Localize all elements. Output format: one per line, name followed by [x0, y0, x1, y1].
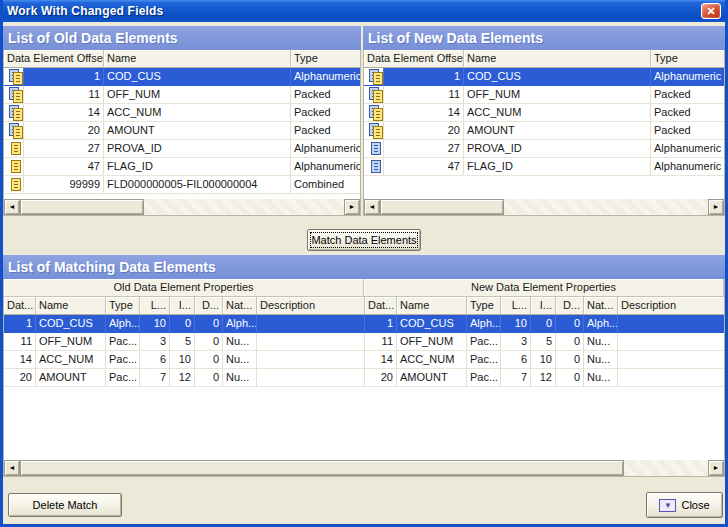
cell-new-integers: 5 [531, 333, 556, 351]
new-element-row[interactable]: 47 FLAG_ID Alphanumeric [364, 158, 724, 176]
scroll-right-arrow-icon[interactable]: ► [708, 199, 724, 215]
cell-new-type: Alph... [467, 315, 501, 333]
scroll-right-arrow-icon[interactable]: ► [708, 460, 724, 476]
column-header-integers[interactable]: I... [531, 297, 556, 314]
cell-old-nature: Alph... [223, 315, 257, 333]
column-header-name[interactable]: Name [104, 50, 291, 67]
cell-offset: 27 [384, 140, 464, 158]
column-header-decimals[interactable]: D... [556, 297, 584, 314]
cell-old-dat: 11 [4, 333, 36, 351]
matching-row[interactable]: 14 ACC_NUM Pac... 6 10 0 Nu... 14 ACC_NU… [4, 351, 724, 369]
column-header-decimals[interactable]: D... [195, 297, 223, 314]
data-element-document-icon [369, 123, 380, 138]
cell-new-decimals: 0 [556, 351, 584, 369]
column-header-type[interactable]: Type [467, 297, 501, 314]
old-element-row[interactable]: 14 ACC_NUM Packed [4, 104, 360, 122]
cell-new-type: Pac... [467, 351, 501, 369]
column-header-nature[interactable]: Nat... [223, 297, 257, 314]
match-data-elements-button[interactable]: Match Data Elements [307, 229, 421, 251]
cell-offset: 47 [24, 158, 104, 176]
old-table-hscrollbar[interactable]: ◄ ► [4, 199, 360, 215]
cell-type: Alphanumeric [651, 68, 724, 86]
column-header-description[interactable]: Description [257, 297, 365, 314]
title-bar: Work With Changed Fields ✕ [0, 0, 728, 22]
cell-offset: 99999 [24, 176, 104, 194]
column-header-type[interactable]: Type [106, 297, 140, 314]
close-button[interactable]: ▼ Close [646, 492, 723, 518]
column-header-dat[interactable]: Dat... [4, 297, 36, 314]
cell-name: FLD000000005-FIL000000004 [104, 176, 291, 194]
cell-old-length: 7 [140, 369, 170, 387]
column-header-type[interactable]: Type [291, 50, 360, 67]
old-table-header: Data Element Offset Name Type [4, 50, 360, 68]
cell-new-decimals: 0 [556, 369, 584, 387]
data-element-document-icon [9, 123, 20, 138]
cell-name: COD_CUS [464, 68, 651, 86]
cell-offset: 1 [384, 68, 464, 86]
new-element-row[interactable]: 20 AMOUNT Packed [364, 122, 724, 140]
cell-type: Alphanumeric [291, 158, 360, 176]
scroll-left-arrow-icon[interactable]: ◄ [364, 199, 380, 215]
column-header-type[interactable]: Type [651, 50, 724, 67]
column-header-dat[interactable]: Dat... [365, 297, 397, 314]
scrollbar-thumb[interactable] [20, 460, 624, 476]
cell-old-type: Alph... [106, 315, 140, 333]
old-element-row[interactable]: 1 COD_CUS Alphanumeric [4, 68, 360, 86]
new-element-row[interactable]: 27 PROVA_ID Alphanumeric [364, 140, 724, 158]
scroll-left-arrow-icon[interactable]: ◄ [4, 460, 20, 476]
column-header-length[interactable]: L... [140, 297, 170, 314]
matching-panel-title: List of Matching Data Elements [3, 255, 725, 279]
scrollbar-thumb[interactable] [20, 199, 144, 215]
cell-name: PROVA_ID [464, 140, 651, 158]
matching-row[interactable]: 20 AMOUNT Pac... 7 12 0 Nu... 20 AMOUNT … [4, 369, 724, 387]
cell-new-decimals: 0 [556, 315, 584, 333]
matching-row[interactable]: 11 OFF_NUM Pac... 3 5 0 Nu... 11 OFF_NUM… [4, 333, 724, 351]
cell-type: Combined [291, 176, 360, 194]
column-header-name[interactable]: Name [464, 50, 651, 67]
matching-table-hscrollbar[interactable]: ◄ ► [4, 460, 724, 476]
column-header-length[interactable]: L... [501, 297, 531, 314]
new-elements-table: Data Element Offset Name Type 1 COD_CUS … [363, 50, 725, 216]
column-header-nature[interactable]: Nat... [584, 297, 618, 314]
scroll-left-arrow-icon[interactable]: ◄ [4, 199, 20, 215]
column-header-offset[interactable]: Data Element Offset [364, 50, 464, 67]
column-header-name[interactable]: Name [397, 297, 467, 314]
new-table-hscrollbar[interactable]: ◄ ► [364, 199, 724, 215]
cell-type: Packed [291, 86, 360, 104]
group-header-new-properties: New Data Element Properties [364, 279, 724, 296]
old-element-row[interactable]: 20 AMOUNT Packed [4, 122, 360, 140]
new-element-row[interactable]: 14 ACC_NUM Packed [364, 104, 724, 122]
scroll-right-arrow-icon[interactable]: ► [344, 199, 360, 215]
cell-type: Packed [651, 104, 724, 122]
scrollbar-thumb[interactable] [380, 199, 504, 215]
window-close-button[interactable]: ✕ [701, 3, 721, 19]
old-element-row[interactable]: 27 PROVA_ID Alphanumeric [4, 140, 360, 158]
cell-old-description [257, 369, 365, 387]
column-header-name[interactable]: Name [36, 297, 106, 314]
cell-name: ACC_NUM [104, 104, 291, 122]
cell-new-type: Pac... [467, 333, 501, 351]
column-header-description[interactable]: Description [618, 297, 724, 314]
cell-offset: 11 [384, 86, 464, 104]
old-data-elements-panel: List of Old Data Elements Data Element O… [3, 26, 361, 216]
data-element-document-icon [9, 159, 20, 174]
matching-row[interactable]: 1 COD_CUS Alph... 10 0 0 Alph... 1 COD_C… [4, 315, 724, 333]
column-header-integers[interactable]: I... [170, 297, 195, 314]
cell-name: COD_CUS [104, 68, 291, 86]
delete-match-button[interactable]: Delete Match [8, 493, 122, 517]
cell-old-integers: 5 [170, 333, 195, 351]
cell-old-description [257, 315, 365, 333]
matching-column-headers: Dat... Name Type L... I... D... Nat... D… [4, 297, 724, 315]
new-element-row[interactable]: 1 COD_CUS Alphanumeric [364, 68, 724, 86]
old-element-row[interactable]: 99999 FLD000000005-FIL000000004 Combined [4, 176, 360, 194]
old-element-row[interactable]: 11 OFF_NUM Packed [4, 86, 360, 104]
cell-name: FLAG_ID [104, 158, 291, 176]
cell-name: PROVA_ID [104, 140, 291, 158]
old-element-row[interactable]: 47 FLAG_ID Alphanumeric [4, 158, 360, 176]
cell-new-length: 7 [501, 369, 531, 387]
cell-new-integers: 12 [531, 369, 556, 387]
column-header-offset[interactable]: Data Element Offset [4, 50, 104, 67]
cell-old-length: 10 [140, 315, 170, 333]
new-element-row[interactable]: 11 OFF_NUM Packed [364, 86, 724, 104]
close-window-box-icon: ▼ [659, 499, 676, 512]
